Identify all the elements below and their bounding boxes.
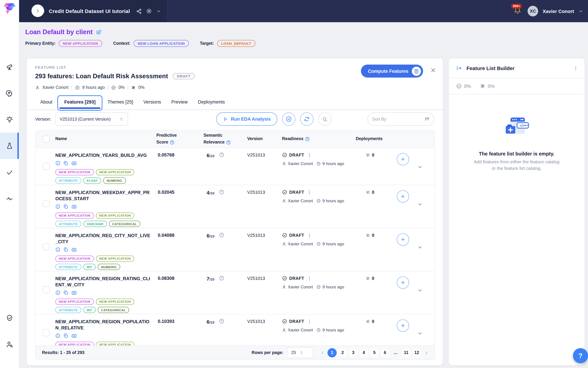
sidebar-item-monitoring[interactable] <box>0 185 19 212</box>
table-row[interactable]: NEW_APPLICATION_REGION_POPULATION_RELATI… <box>36 314 435 345</box>
expand-row-icon[interactable] <box>417 245 423 250</box>
page-button-3[interactable]: 3 <box>349 348 358 357</box>
row-checkbox[interactable] <box>43 286 50 293</box>
page-button-4[interactable]: 4 <box>359 348 368 357</box>
semantic-question-icon[interactable] <box>219 318 224 324</box>
page-button-5[interactable]: 5 <box>370 348 379 357</box>
user-menu[interactable]: 999+ XC Xavier Conort <box>514 0 583 22</box>
builder-menu-icon[interactable] <box>573 65 579 71</box>
copy-icon[interactable] <box>63 161 68 166</box>
rows-per-page-select[interactable]: 25 <box>287 347 313 358</box>
semantic-question-icon[interactable] <box>219 276 224 281</box>
info-icon[interactable] <box>55 204 61 209</box>
add-to-builder-button[interactable] <box>397 276 409 289</box>
sidebar-collapse-button[interactable] <box>31 4 44 17</box>
semantic-help-icon[interactable] <box>226 140 231 145</box>
sidebar-item-insights[interactable] <box>0 106 19 133</box>
row-menu-icon[interactable] <box>307 153 312 157</box>
table-row[interactable]: NEW_APPLICATION_WEEKDAY_APPR_PROCESS_STA… <box>36 185 435 228</box>
column-header-name[interactable]: Name <box>55 136 156 142</box>
sidebar-item-explore[interactable] <box>0 54 19 80</box>
gear-icon[interactable] <box>146 8 152 14</box>
semantic-question-icon[interactable] <box>219 152 224 157</box>
add-to-builder-button[interactable] <box>397 233 409 246</box>
avatar[interactable]: XC <box>527 6 538 16</box>
validate-button[interactable] <box>282 112 295 126</box>
share-icon[interactable] <box>136 8 142 14</box>
project-chevron-down-icon[interactable] <box>156 9 161 13</box>
column-header-predictive-score[interactable]: Predictive Score <box>156 133 194 145</box>
page-button-1[interactable]: 1 <box>328 348 337 357</box>
featurebyte-logo[interactable] <box>3 2 16 16</box>
column-header-version[interactable]: Version <box>247 136 282 142</box>
info-icon[interactable] <box>55 333 61 338</box>
tab-themes-25[interactable]: Themes [25] <box>102 96 138 110</box>
close-icon[interactable] <box>430 67 436 73</box>
row-menu-icon[interactable] <box>307 233 312 238</box>
version-select[interactable]: V251013 (Current Version) <box>55 112 128 126</box>
page-button-11[interactable]: 11 <box>401 348 411 357</box>
column-header-semantic-relevance[interactable]: Semantic Relevance <box>204 133 241 145</box>
id-badge-icon[interactable] <box>71 290 77 295</box>
tab-deployments[interactable]: Deployments <box>193 96 230 110</box>
id-badge-icon[interactable] <box>71 161 77 166</box>
id-badge-icon[interactable] <box>71 333 77 339</box>
page-button-2[interactable]: 2 <box>338 348 347 357</box>
sidebar-item-governance[interactable] <box>0 305 19 331</box>
run-eda-button[interactable]: Run EDA Analysis <box>216 112 277 126</box>
tab-about[interactable]: About <box>35 96 58 110</box>
info-icon[interactable] <box>55 161 61 166</box>
id-badge-icon[interactable] <box>71 204 77 209</box>
row-checkbox[interactable] <box>43 163 50 170</box>
row-menu-icon[interactable] <box>307 319 312 324</box>
id-badge-icon[interactable] <box>71 247 77 252</box>
primary-entity-badge[interactable]: NEW APPLICATION <box>59 40 102 47</box>
info-icon[interactable] <box>55 290 61 295</box>
sidebar-item-approvals[interactable] <box>0 159 19 185</box>
column-header-readiness[interactable]: Readiness <box>282 136 356 142</box>
copy-icon[interactable] <box>63 247 68 252</box>
column-header-deployments[interactable]: Deployments <box>356 136 397 142</box>
next-page-icon[interactable] <box>423 350 430 355</box>
expand-row-icon[interactable] <box>417 164 423 170</box>
page-button-6[interactable]: 6 <box>380 348 390 357</box>
expand-row-icon[interactable] <box>417 288 423 293</box>
select-all-checkbox[interactable] <box>43 136 50 142</box>
predictive-help-icon[interactable] <box>170 140 175 145</box>
sidebar-item-ai[interactable] <box>0 80 19 106</box>
page-button-12[interactable]: 12 <box>412 348 421 357</box>
tab-features-293[interactable]: Features [293] <box>58 95 102 111</box>
copy-icon[interactable] <box>63 333 68 338</box>
expand-row-icon[interactable] <box>417 202 423 207</box>
compute-features-button[interactable]: Compute Features <box>361 64 423 78</box>
table-row[interactable]: NEW_APPLICATION_REGION_RATING_CLIENT_W_C… <box>36 271 435 314</box>
add-to-builder-button[interactable] <box>397 320 409 332</box>
copy-icon[interactable] <box>63 290 68 295</box>
refresh-button[interactable] <box>300 112 313 126</box>
readiness-help-icon[interactable] <box>305 137 310 141</box>
semantic-question-icon[interactable] <box>219 232 224 238</box>
prev-page-icon[interactable] <box>319 350 326 355</box>
sidebar-item-experiments[interactable] <box>0 133 19 159</box>
context-badge[interactable]: NEW LOAN APPLICATION <box>134 40 189 47</box>
edit-pencil-icon[interactable] <box>96 29 102 35</box>
tab-versions[interactable]: Versions <box>138 96 166 110</box>
search-button[interactable] <box>318 112 331 126</box>
notifications-bell-icon[interactable]: 999+ <box>514 7 521 15</box>
help-button[interactable]: ? <box>573 348 588 363</box>
row-checkbox[interactable] <box>43 329 50 336</box>
row-checkbox[interactable] <box>43 243 50 250</box>
semantic-question-icon[interactable] <box>219 189 224 195</box>
row-menu-icon[interactable] <box>307 276 312 281</box>
table-row[interactable]: NEW_APPLICATION_YEARS_BUILD_AVG NEW APPL… <box>36 148 435 185</box>
row-menu-icon[interactable] <box>307 190 312 195</box>
user-chevron-down-icon[interactable] <box>579 9 583 13</box>
target-badge[interactable]: LOAN_DEFAULT <box>217 40 255 47</box>
tab-preview[interactable]: Preview <box>166 96 193 110</box>
expand-row-icon[interactable] <box>417 331 423 336</box>
add-to-builder-button[interactable] <box>397 190 409 203</box>
table-row[interactable]: NEW_APPLICATION_REG_CITY_NOT_LIVE_CITY N… <box>36 228 435 271</box>
add-to-builder-button[interactable] <box>397 153 409 165</box>
info-icon[interactable] <box>55 247 61 252</box>
sidebar-item-user-search[interactable] <box>0 331 19 357</box>
